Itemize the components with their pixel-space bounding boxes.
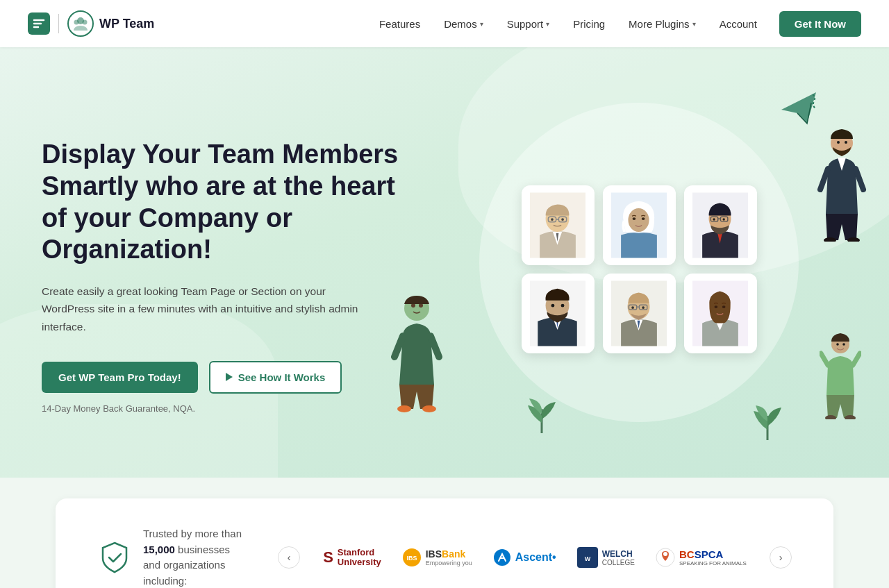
logo-ascent: Ascent• [493, 548, 556, 566]
svg-point-50 [842, 343, 845, 346]
svg-point-5 [422, 405, 436, 412]
figure-person-left [389, 287, 444, 415]
logo-text: WP Team [99, 17, 154, 31]
trusted-left: Trusted by more than 15,000 businesses a… [97, 526, 250, 588]
svg-point-17 [633, 217, 636, 220]
person-card-6 [684, 274, 757, 353]
logo-welch-college: W WELCH COLLEGE [577, 547, 635, 568]
see-how-it-works-button[interactable]: See How It Works [209, 361, 342, 394]
svg-point-4 [397, 405, 411, 412]
nav-more-plugins[interactable]: More Plugins ▾ [619, 12, 706, 35]
svg-point-40 [722, 305, 726, 308]
get-wp-team-pro-button[interactable]: Get WP Team Pro Today! [42, 362, 198, 393]
svg-point-28 [551, 304, 555, 308]
get-it-now-button[interactable]: Get It Now [779, 11, 861, 37]
svg-point-1 [74, 20, 79, 25]
logo-icon [28, 12, 50, 35]
svg-text:IBS: IBS [406, 555, 417, 562]
shield-icon [97, 540, 132, 575]
svg-point-44 [837, 141, 840, 144]
hero-buttons: Get WP Team Pro Today! See How It Works [42, 361, 403, 394]
figure-person-right-top [816, 124, 868, 244]
logo-divider [58, 14, 59, 33]
logo-ibs-bank: IBS IBSBank Empowering you [402, 548, 472, 567]
svg-point-25 [722, 218, 724, 220]
nav-pricing[interactable]: Pricing [563, 12, 615, 35]
hero-content: Display Your Team Members Smartly who ar… [42, 47, 847, 478]
trusted-section: Trusted by more than 15,000 businesses a… [56, 498, 833, 588]
person-card-3 [684, 185, 757, 265]
person-card-4 [522, 274, 595, 353]
svg-point-16 [628, 208, 649, 232]
plant-decoration-right [743, 388, 792, 443]
carousel-next-button[interactable]: › [770, 546, 792, 569]
logo-stanford: S Stanford University [323, 548, 381, 568]
hero-title: Display Your Team Members Smartly who ar… [42, 139, 403, 265]
chevron-down-icon: ▾ [692, 20, 696, 28]
person-card-1 [522, 185, 595, 265]
svg-point-29 [561, 304, 565, 308]
svg-point-35 [631, 306, 634, 309]
hero-illustration [431, 68, 847, 457]
svg-point-13 [551, 218, 554, 221]
svg-point-57 [663, 552, 667, 556]
nav-links: Features Demos ▾ Support ▾ Pricing More … [369, 11, 861, 37]
svg-text:W: W [584, 555, 590, 562]
svg-point-36 [642, 306, 645, 309]
svg-point-18 [642, 217, 645, 220]
hero-subtitle: Create easily a great looking Team Page … [42, 283, 375, 336]
nav-features[interactable]: Features [369, 12, 430, 35]
trusted-logos: S Stanford University IBS IBSBank Empowe… [328, 547, 742, 568]
plant-decoration-left [514, 385, 570, 436]
logo-bcspca: BCSPCA SPEAKING FOR ANIMALS [656, 548, 747, 567]
svg-point-2 [83, 20, 88, 25]
nav-account[interactable]: Account [710, 12, 767, 35]
navbar: WP Team Features Demos ▾ Support ▾ Prici… [0, 0, 889, 47]
chevron-down-icon: ▾ [480, 20, 483, 28]
trusted-count: 15,000 [143, 544, 175, 555]
figure-person-right-bottom [820, 329, 861, 422]
carousel-prev-button[interactable]: ‹ [278, 546, 300, 569]
guarantee-text: 14-Day Money Back Guarantee, NQA. [42, 403, 403, 414]
team-cards-grid [522, 185, 757, 353]
trusted-text: Trusted by more than 15,000 businesses a… [143, 526, 250, 588]
person-card-2 [603, 185, 676, 265]
logo-link[interactable]: WP Team [28, 10, 154, 37]
paper-plane [778, 89, 820, 130]
logo-team-icon [67, 10, 94, 37]
svg-point-24 [713, 218, 715, 220]
svg-point-14 [561, 218, 564, 221]
play-icon [226, 373, 233, 381]
hero-section: Display Your Team Members Smartly who ar… [0, 47, 889, 478]
svg-point-39 [715, 305, 718, 308]
chevron-down-icon: ▾ [546, 20, 549, 28]
person-card-5 [603, 274, 676, 353]
nav-demos[interactable]: Demos ▾ [434, 12, 493, 35]
nav-support[interactable]: Support ▾ [497, 12, 560, 35]
svg-point-45 [845, 141, 847, 144]
svg-point-49 [836, 343, 839, 346]
hero-text: Display Your Team Members Smartly who ar… [42, 111, 403, 413]
